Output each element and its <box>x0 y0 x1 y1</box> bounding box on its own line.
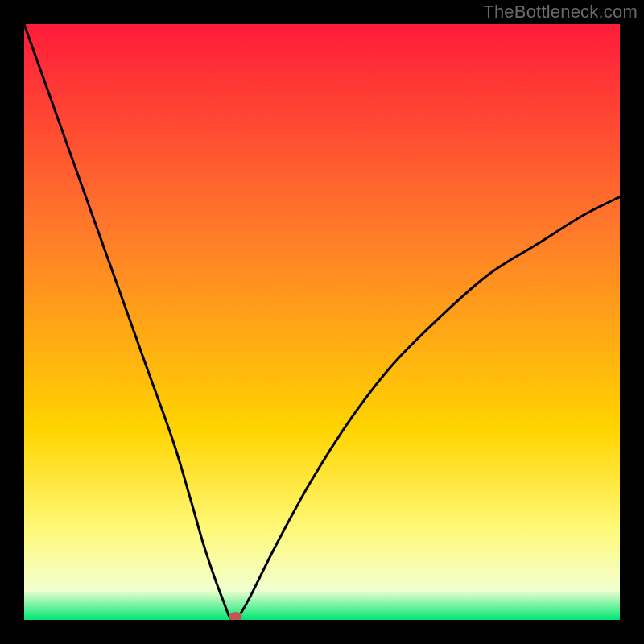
chart-frame: TheBottleneck.com <box>0 0 644 644</box>
bottleneck-chart <box>24 24 620 620</box>
gradient-background <box>24 24 620 620</box>
watermark-text: TheBottleneck.com <box>483 2 638 23</box>
